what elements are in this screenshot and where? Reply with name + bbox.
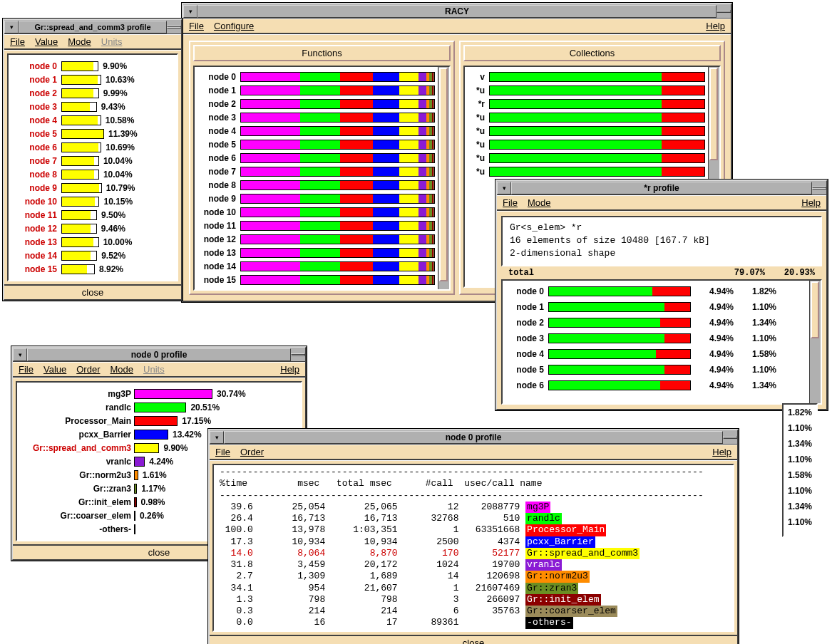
rprof-row[interactable]: node 34.94%1.10% xyxy=(505,331,806,346)
collection-row[interactable]: *u xyxy=(468,151,705,165)
close-button[interactable]: close xyxy=(210,635,737,645)
scrollbar[interactable] xyxy=(809,281,821,403)
function-row[interactable]: node 14 xyxy=(197,259,435,273)
node-row[interactable]: node 158.92% xyxy=(11,262,174,276)
window-resize-icon[interactable] xyxy=(291,353,305,356)
close-button[interactable]: close xyxy=(4,284,181,299)
function-row[interactable]: node 2 xyxy=(197,97,435,110)
menu-order[interactable]: Order xyxy=(240,447,264,457)
table-row[interactable]: 0.3 214 214 6 35763 Gr::coarser_elem xyxy=(220,606,727,617)
table-row[interactable]: 17.3 10,934 10,934 2500 4374 pcxx_Barrie… xyxy=(220,536,727,548)
collection-row[interactable]: *u xyxy=(468,110,705,124)
node-row[interactable]: node 1010.15% xyxy=(11,194,174,208)
node-row[interactable]: node 810.04% xyxy=(11,167,174,181)
spread-chart[interactable]: node 09.90%node 110.63%node 29.99%node 3… xyxy=(7,53,178,281)
function-row[interactable]: node 0 xyxy=(197,70,435,83)
window-menu-icon[interactable]: ▾ xyxy=(183,5,197,18)
rprof-row[interactable]: node 24.94%1.34% xyxy=(505,315,806,331)
window-resize-icon[interactable] xyxy=(723,436,737,439)
collection-row[interactable]: v xyxy=(468,70,705,83)
function-row[interactable]: Processor_Main17.15% xyxy=(20,414,298,427)
window-menu-icon[interactable]: ▾ xyxy=(497,182,511,194)
menu-configure[interactable]: Configure xyxy=(214,21,254,31)
menu-file[interactable]: File xyxy=(215,447,230,457)
collection-row[interactable]: *u xyxy=(468,124,705,137)
table-row[interactable]: 1.3 798 798 3 266097 Gr::init_elem xyxy=(220,594,727,606)
titlebar[interactable]: ▾ node 0 profile xyxy=(13,348,305,362)
node-row[interactable]: node 119.50% xyxy=(11,208,174,222)
function-row[interactable]: node 12 xyxy=(197,232,435,246)
function-row[interactable]: randlc20.51% xyxy=(20,400,298,414)
table-row[interactable]: 100.0 13,978 1:03,351 1 63351668 Process… xyxy=(220,524,727,536)
node-row[interactable]: node 29.99% xyxy=(11,86,174,100)
menu-help[interactable]: Help xyxy=(706,21,725,31)
node-row[interactable]: node 410.58% xyxy=(11,113,174,127)
menu-value[interactable]: Value xyxy=(43,364,66,375)
titlebar[interactable]: ▾ Gr::spread_and_comm3 profile xyxy=(4,20,181,34)
table-row[interactable]: 31.8 3,459 20,172 1024 19700 vranlc xyxy=(220,559,727,571)
function-row[interactable]: node 4 xyxy=(197,124,435,137)
menu-help[interactable]: Help xyxy=(712,447,731,457)
window-resize-icon[interactable] xyxy=(167,26,181,28)
rprof-row[interactable]: node 44.94%1.58% xyxy=(505,346,806,362)
node-row[interactable]: node 610.69% xyxy=(11,140,174,154)
window-menu-icon[interactable]: ▾ xyxy=(4,21,19,33)
scrollbar[interactable] xyxy=(438,67,449,289)
node-row[interactable]: node 511.39% xyxy=(11,127,174,140)
collection-row[interactable]: *u xyxy=(468,165,705,178)
menu-help[interactable]: Help xyxy=(801,197,821,208)
titlebar[interactable]: ▾ node 0 profile xyxy=(210,430,737,445)
function-row[interactable]: node 3 xyxy=(197,110,435,124)
function-row[interactable]: node 11 xyxy=(197,219,435,232)
function-row[interactable]: node 8 xyxy=(197,178,435,192)
function-row[interactable]: mg3P30.74% xyxy=(20,387,298,400)
node-row[interactable]: node 129.46% xyxy=(11,222,174,235)
menu-order[interactable]: Order xyxy=(76,364,100,375)
window-resize-icon[interactable] xyxy=(812,187,826,189)
table-row[interactable]: 34.1 954 21,607 1 21607469 Gr::zran3 xyxy=(220,583,727,594)
rprof-chart[interactable]: node 04.94%1.82%node 14.94%1.10%node 24.… xyxy=(501,279,822,405)
collection-row[interactable]: *u xyxy=(468,83,705,97)
collection-row[interactable]: *u xyxy=(468,137,705,151)
menu-file[interactable]: File xyxy=(189,21,204,31)
menu-mode[interactable]: Mode xyxy=(110,364,133,375)
functions-chart[interactable]: node 0node 1node 2node 3node 4node 5node… xyxy=(193,66,451,291)
node-row[interactable]: node 1310.00% xyxy=(11,235,174,249)
node-row[interactable]: node 910.79% xyxy=(11,181,174,194)
menu-file[interactable]: File xyxy=(19,364,34,375)
menu-file[interactable]: File xyxy=(10,36,25,47)
menu-mode[interactable]: Mode xyxy=(68,36,91,47)
window-menu-icon[interactable]: ▾ xyxy=(13,348,27,361)
rprof-row[interactable]: node 04.94%1.82% xyxy=(505,284,806,299)
node-row[interactable]: node 149.52% xyxy=(11,249,174,262)
window-menu-icon[interactable]: ▾ xyxy=(210,431,224,444)
table-row[interactable]: 26.4 16,713 16,713 32768 510 randlc xyxy=(220,513,727,524)
function-row[interactable]: node 10 xyxy=(197,205,435,219)
table-row[interactable]: 14.0 8,064 8,870 170 52177 Gr::spread_an… xyxy=(220,548,727,559)
menu-value[interactable]: Value xyxy=(35,36,58,47)
rprof-row[interactable]: node 14.94%1.10% xyxy=(505,299,806,315)
node-row[interactable]: node 710.04% xyxy=(11,154,174,167)
node-row[interactable]: node 110.63% xyxy=(11,73,174,86)
function-row[interactable]: node 9 xyxy=(197,192,435,205)
menu-mode[interactable]: Mode xyxy=(528,197,551,208)
timing-table[interactable]: ----------------------------------------… xyxy=(212,464,734,632)
titlebar[interactable]: ▾ RACY xyxy=(183,4,731,19)
window-resize-icon[interactable] xyxy=(717,10,731,13)
function-row[interactable]: node 1 xyxy=(197,83,435,97)
menu-help[interactable]: Help xyxy=(280,364,299,375)
menu-file[interactable]: File xyxy=(503,197,518,208)
table-row[interactable]: 39.6 25,054 25,065 12 2088779 mg3P xyxy=(220,502,727,513)
function-row[interactable]: node 5 xyxy=(197,137,435,151)
function-row[interactable]: node 13 xyxy=(197,246,435,259)
collection-row[interactable]: *r xyxy=(468,97,705,110)
function-row[interactable]: node 6 xyxy=(197,151,435,165)
rprof-row[interactable]: node 54.94%1.10% xyxy=(505,362,806,378)
table-row[interactable]: 2.7 1,309 1,689 14 120698 Gr::norm2u3 xyxy=(220,571,727,582)
node-row[interactable]: node 39.43% xyxy=(11,100,174,113)
function-row[interactable]: node 15 xyxy=(197,273,435,286)
function-row[interactable]: node 7 xyxy=(197,165,435,178)
titlebar[interactable]: ▾ *r profile xyxy=(497,181,826,195)
table-row[interactable]: 0.0 16 17 89361 -others- xyxy=(220,617,727,628)
node-row[interactable]: node 09.90% xyxy=(11,59,174,73)
